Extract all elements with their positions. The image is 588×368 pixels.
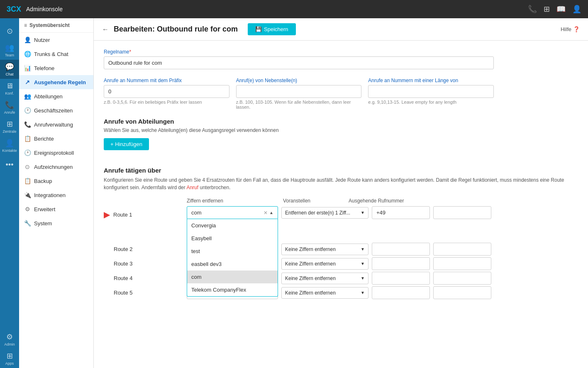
route-5-ziffern-select[interactable]: Keine Ziffern entfernen ▼ — [281, 287, 368, 299]
sidebar-item-geschaeftszeiten[interactable]: 🕐 Geschäftszeiten — [19, 103, 93, 117]
route-2-ziffern-select[interactable]: Keine Ziffern entfernen ▼ — [281, 244, 368, 255]
route-4-ziffern-select[interactable]: Keine Ziffern entfernen ▼ — [281, 273, 368, 284]
nav-item-apps[interactable]: ⊞ Apps — [0, 349, 19, 368]
route-2-voranstellen[interactable] — [372, 243, 430, 256]
route-5-ausgehende[interactable] — [433, 286, 491, 299]
sidebar-item-berichte[interactable]: 📋 Berichte — [19, 132, 93, 146]
sidebar-item-nutzer[interactable]: 👤 Nutzer — [19, 33, 93, 47]
phone-icon[interactable]: 📞 — [528, 5, 537, 14]
dropdown-option-easbell-dev3[interactable]: easbell dev3 — [187, 258, 278, 271]
col-header-ziffern: Ziffern entfernen — [187, 198, 278, 204]
nav-item-team[interactable]: 👥 Team — [0, 41, 19, 60]
nav-item-overview[interactable]: ⊙ — [0, 22, 19, 41]
route-1-ausgehende[interactable] — [433, 206, 491, 219]
sidebar-item-backup[interactable]: 📋 Backup — [19, 174, 93, 188]
regelname-label: Regelname* — [104, 49, 578, 55]
route-4-fields: Keine Ziffern entfernen ▼ — [281, 272, 491, 285]
route-1-ziffern-select[interactable]: Entfernen der erste(n) 1 Ziff... ▼ — [281, 207, 368, 219]
nav-label-anrufe: Anrufe — [4, 110, 15, 115]
apps-icon: ⊞ — [7, 351, 13, 361]
dropdown-option-test[interactable]: test — [187, 245, 278, 258]
sidebar-item-ausgehende[interactable]: ↗ Ausgehende Regeln — [19, 75, 93, 89]
nutzer-icon: 👤 — [24, 37, 31, 43]
col-header-voranstellen: Voranstellen — [283, 198, 345, 204]
sidebar-label-ereignis: Ereignisprotokoll — [34, 150, 74, 156]
regelname-section: Regelname* — [104, 49, 578, 69]
route-4-text: Route 4 — [114, 275, 133, 281]
aufzeichnungen-icon: ⊙ — [24, 163, 31, 170]
nav-item-more[interactable]: ••• — [0, 155, 19, 174]
kontakte-icon: 👤 — [5, 139, 14, 148]
nav-item-chat[interactable]: 💬 Chat — [0, 60, 19, 79]
route-3-ziffern-value: Keine Ziffern entfernen — [285, 261, 336, 267]
route-1-dropdown[interactable]: com ✕ ▲ — [187, 206, 278, 219]
dropdown-option-telekom[interactable]: Telekom CompanyFlex — [187, 283, 278, 296]
dropdown-option-easybell[interactable]: Easybell — [187, 232, 278, 245]
nebenstelle-field: Anruf(e) von Nebenstelle(n) z.B. 100, 10… — [236, 78, 362, 110]
save-label: Speichern — [264, 26, 288, 32]
sidebar-label-backup: Backup — [34, 178, 52, 184]
konf-icon: 🖥 — [6, 82, 13, 90]
nav-item-admin[interactable]: ⚙ Admin — [0, 330, 19, 349]
nebenstelle-input[interactable] — [236, 85, 362, 98]
nav-label-team: Team — [5, 53, 14, 57]
main-layout: ⊙ 👥 Team 💬 Chat 🖥 Konf. 📞 Anrufe ⊞ Zentr… — [0, 18, 588, 368]
sidebar-label-telefone: Telefone — [34, 65, 54, 71]
sidebar-item-trunks[interactable]: 🌐 Trunks & Chat — [19, 47, 93, 61]
brand-logo: 3CX — [7, 5, 21, 14]
route-3-ausgehende[interactable] — [433, 257, 491, 270]
dropdown-icons: ✕ ▲ — [264, 210, 273, 216]
sidebar-item-abteilungen[interactable]: 👥 Abteilungen — [19, 89, 93, 103]
anrufverwaltung-icon: 📞 — [24, 121, 31, 128]
ziffern-caret-icon: ▼ — [361, 210, 365, 215]
help-button[interactable]: Hilfe ❓ — [561, 26, 580, 32]
sidebar-label-system: System — [34, 220, 52, 227]
route-4-ziffern-value: Keine Ziffern entfernen — [285, 275, 336, 281]
route-1-fields: Entfernen der erste(n) 1 Ziff... ▼ — [281, 206, 491, 219]
route-3-ziffern-select[interactable]: Keine Ziffern entfernen ▼ — [281, 258, 368, 270]
dropdown-clear-icon[interactable]: ✕ — [264, 210, 268, 216]
nav-item-kontakte[interactable]: 👤 Kontakte — [0, 136, 19, 155]
zentrale-icon: ⊞ — [7, 119, 13, 129]
sidebar-item-system[interactable]: 🔧 System — [19, 216, 93, 230]
abteilungen-title: Anrufe von Abteilungen — [104, 118, 578, 125]
book-icon[interactable]: 📖 — [556, 5, 566, 14]
route-3-voranstellen[interactable] — [372, 257, 430, 270]
laenge-input[interactable] — [368, 85, 494, 98]
sidebar-item-erweitert[interactable]: ⚙ Erweitert — [19, 202, 93, 216]
user-icon[interactable]: 👤 — [572, 5, 581, 14]
grid-icon[interactable]: ⊞ — [544, 5, 550, 14]
route-1-dropdown-list: Convergia Easybell test easbell dev3 com… — [187, 219, 278, 297]
sidebar-item-aufzeichnungen[interactable]: ⊙ Aufzeichnungen — [19, 160, 93, 174]
save-button[interactable]: 💾 Speichern — [248, 23, 296, 35]
sidebar-header-icon: ≡ — [24, 22, 27, 28]
dropdown-caret-icon[interactable]: ▲ — [269, 210, 273, 215]
route-2-ausgehende[interactable] — [433, 243, 491, 256]
route-4-ausgehende[interactable] — [433, 272, 491, 285]
topbar-icons: 📞 ⊞ 📖 👤 — [528, 5, 581, 14]
sidebar-item-telefone[interactable]: 📊 Telefone — [19, 61, 93, 75]
route-5-voranstellen[interactable] — [372, 286, 430, 299]
nav-item-konf[interactable]: 🖥 Konf. — [0, 79, 19, 98]
back-button[interactable]: ← — [102, 26, 109, 33]
route-3-fields: Keine Ziffern entfernen ▼ — [281, 257, 491, 270]
sidebar-item-anrufverwaltung[interactable]: 📞 Anrufverwaltung — [19, 117, 93, 132]
nav-label-zentrale: Zentrale — [2, 129, 16, 134]
ausgehende-icon: ↗ — [24, 79, 31, 85]
add-button[interactable]: + Hinzufügen — [104, 138, 149, 150]
content-header: ← Bearbeiten: Outbound rule for com 💾 Sp… — [94, 18, 588, 41]
dropdown-option-convergia[interactable]: Convergia — [187, 219, 278, 232]
route-5-fields: Keine Ziffern entfernen ▼ — [281, 286, 491, 299]
regelname-input[interactable] — [104, 56, 494, 69]
nav-item-anrufe[interactable]: 📞 Anrufe — [0, 98, 19, 117]
dropdown-option-com[interactable]: com — [187, 271, 278, 283]
route-4-voranstellen[interactable] — [372, 272, 430, 285]
prefix-input[interactable] — [104, 85, 229, 98]
sidebar-item-integrationen[interactable]: 🔌 Integrationen — [19, 188, 93, 202]
sidebar-item-ereignis[interactable]: 🕐 Ereignisprotokoll — [19, 146, 93, 160]
nav-label-chat: Chat — [5, 72, 13, 76]
r4-ziffern-caret: ▼ — [361, 276, 365, 280]
route-1-voranstellen[interactable] — [372, 206, 430, 219]
routes-section: Anrufe tätigen über Konfigurieren Sie ei… — [104, 167, 578, 299]
nav-item-zentrale[interactable]: ⊞ Zentrale — [0, 117, 19, 136]
